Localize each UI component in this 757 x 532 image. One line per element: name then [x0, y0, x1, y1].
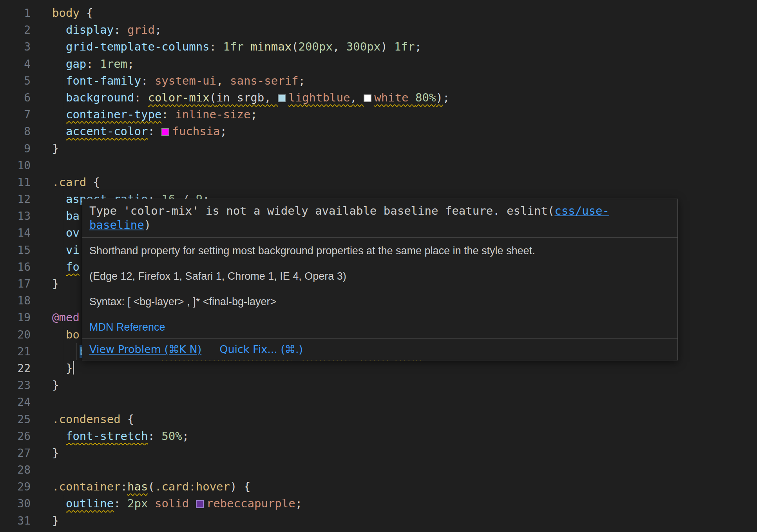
mdn-reference-link[interactable]: MDN Reference	[89, 321, 165, 333]
code-line[interactable]: 30 outline: 2px solid rebeccapurple;	[0, 495, 757, 512]
code-line-content[interactable]: container-type: inline-size;	[52, 106, 757, 123]
code-line[interactable]: 6 background: color-mix(in srgb, lightbl…	[0, 89, 757, 106]
line-number[interactable]: 14	[0, 224, 31, 241]
line-number[interactable]: 2	[0, 22, 31, 38]
line-number[interactable]: 26	[0, 428, 31, 445]
code-line-content[interactable]: .card {	[52, 174, 757, 191]
line-number[interactable]: 31	[0, 512, 31, 529]
code-line-content[interactable]	[52, 394, 757, 411]
code-token	[52, 429, 66, 443]
code-line-content[interactable]: }	[52, 445, 757, 461]
code-token: vi	[66, 243, 80, 257]
code-line-content[interactable]	[52, 461, 757, 478]
code-token: .condensed	[52, 413, 127, 426]
code-token: }	[66, 362, 72, 375]
code-line[interactable]: 24	[0, 394, 757, 411]
code-line[interactable]: 7 container-type: inline-size;	[0, 106, 757, 123]
line-number[interactable]: 15	[0, 242, 31, 259]
code-line[interactable]: 1body {	[0, 5, 757, 22]
code-line-content[interactable]: }	[52, 377, 757, 394]
code-line[interactable]: 22 }	[0, 360, 757, 377]
code-line-content[interactable]: grid-template-columns: 1fr minmax(200px,…	[52, 38, 757, 55]
line-number[interactable]: 9	[0, 140, 31, 157]
code-token: ,	[216, 74, 230, 87]
code-line-content[interactable]: }	[52, 360, 757, 377]
code-line[interactable]: 5 font-family: system-ui, sans-serif;	[0, 72, 757, 89]
code-line-content[interactable]: }	[52, 512, 757, 529]
line-number[interactable]: 23	[0, 377, 31, 394]
code-token: .card	[155, 480, 189, 493]
line-number[interactable]: 25	[0, 411, 31, 428]
code-line[interactable]: 11.card {	[0, 174, 757, 191]
line-number[interactable]: 18	[0, 292, 31, 309]
code-token	[52, 260, 66, 273]
color-swatch[interactable]	[161, 125, 172, 138]
color-swatch[interactable]	[364, 91, 374, 104]
line-number[interactable]: 11	[0, 174, 31, 191]
code-line[interactable]: 2 display: grid;	[0, 22, 757, 38]
line-number[interactable]: 28	[0, 461, 31, 478]
line-number[interactable]: 7	[0, 106, 31, 123]
code-line[interactable]: 29.container:has(.card:hover) {	[0, 478, 757, 495]
color-swatch[interactable]	[196, 497, 206, 510]
code-line-content[interactable]: accent-color: fuchsia;	[52, 123, 757, 140]
code-token	[52, 209, 66, 223]
line-number[interactable]: 3	[0, 38, 31, 55]
color-swatch[interactable]	[278, 91, 288, 104]
line-number[interactable]: 6	[0, 89, 31, 106]
code-line[interactable]: 10	[0, 157, 757, 174]
code-line-content[interactable]: .container:has(.card:hover) {	[52, 478, 757, 495]
code-token: :hover	[189, 480, 230, 493]
code-token: {	[127, 413, 134, 426]
code-line[interactable]: 25.condensed {	[0, 411, 757, 428]
line-number[interactable]: 24	[0, 394, 31, 411]
code-token: ov	[66, 226, 80, 239]
code-line-content[interactable]: background: color-mix(in srgb, lightblue…	[52, 89, 757, 106]
code-line-content[interactable]: .condensed {	[52, 411, 757, 428]
code-token	[52, 497, 66, 510]
line-number[interactable]: 22	[0, 360, 31, 377]
line-number[interactable]: 29	[0, 478, 31, 495]
code-token: display	[66, 23, 114, 36]
code-line-content[interactable]	[52, 157, 757, 174]
line-number[interactable]: 8	[0, 123, 31, 140]
quick-fix-link[interactable]: Quick Fix... (⌘.)	[219, 343, 303, 356]
code-line[interactable]: 3 grid-template-columns: 1fr minmax(200p…	[0, 38, 757, 55]
line-number[interactable]: 30	[0, 495, 31, 512]
line-number[interactable]: 19	[0, 309, 31, 326]
code-line-content[interactable]: gap: 1rem;	[52, 56, 757, 72]
line-number[interactable]: 10	[0, 157, 31, 174]
code-line-content[interactable]: font-family: system-ui, sans-serif;	[52, 72, 757, 89]
code-line[interactable]: 8 accent-color: fuchsia;	[0, 123, 757, 140]
code-line[interactable]: 26 font-stretch: 50%;	[0, 428, 757, 445]
indent-guide	[63, 343, 63, 360]
code-line-content[interactable]: display: grid;	[52, 22, 757, 38]
view-problem-link[interactable]: View Problem (⌘K N)	[89, 343, 201, 356]
code-line[interactable]: 27}	[0, 445, 757, 461]
code-token: background	[66, 91, 134, 104]
line-number[interactable]: 5	[0, 72, 31, 89]
code-line[interactable]: 31}	[0, 512, 757, 529]
code-line-content[interactable]: font-stretch: 50%;	[52, 428, 757, 445]
code-token: {	[93, 176, 100, 189]
code-token: font-stretch	[66, 429, 148, 443]
line-number[interactable]: 21	[0, 343, 31, 360]
code-line-content[interactable]: body {	[52, 5, 757, 22]
code-line[interactable]: 23}	[0, 377, 757, 394]
code-token: )	[380, 40, 387, 53]
line-number[interactable]: 1	[0, 5, 31, 22]
code-line[interactable]: 28	[0, 461, 757, 478]
line-number[interactable]: 17	[0, 275, 31, 292]
code-line-content[interactable]: }	[52, 140, 757, 157]
code-line-content[interactable]: outline: 2px solid rebeccapurple;	[52, 495, 757, 512]
code-line[interactable]: 9}	[0, 140, 757, 157]
code-line[interactable]: 4 gap: 1rem;	[0, 56, 757, 72]
line-number[interactable]: 4	[0, 56, 31, 72]
line-number[interactable]: 27	[0, 445, 31, 461]
line-number[interactable]: 13	[0, 208, 31, 224]
line-number[interactable]: 12	[0, 191, 31, 208]
code-token: :	[86, 57, 100, 71]
line-number[interactable]: 20	[0, 326, 31, 343]
line-number[interactable]: 16	[0, 259, 31, 275]
code-token: bo	[66, 328, 80, 341]
